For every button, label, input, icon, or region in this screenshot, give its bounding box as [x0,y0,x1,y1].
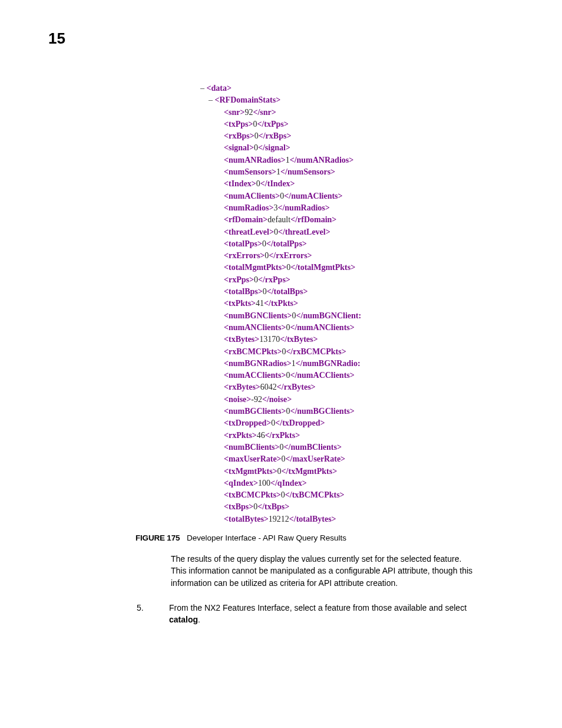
xml-raw-output: – <data>– <RFDomainStats><snr>92</snr><t… [200,83,442,525]
step-text-before: From the NX2 Features Interface, select … [169,603,467,612]
figure-label: FIGURE 175 [135,533,180,542]
step-5: 5. From the NX2 Features Interface, sele… [137,602,491,626]
step-text-after: . [198,615,200,624]
chapter-number: 15 [48,29,65,48]
step-text: From the NX2 Features Interface, select … [169,602,491,626]
step-number: 5. [137,602,169,626]
figure-title: Developer Interface - API Raw Query Resu… [187,533,346,542]
step-bold-term: catalog [169,615,198,624]
document-page: 15 – <data>– <RFDomainStats><snr>92</snr… [0,0,562,728]
figure-caption: FIGURE 175 Developer Interface - API Raw… [135,533,509,542]
results-description-paragraph: The results of the query display the val… [171,553,474,589]
